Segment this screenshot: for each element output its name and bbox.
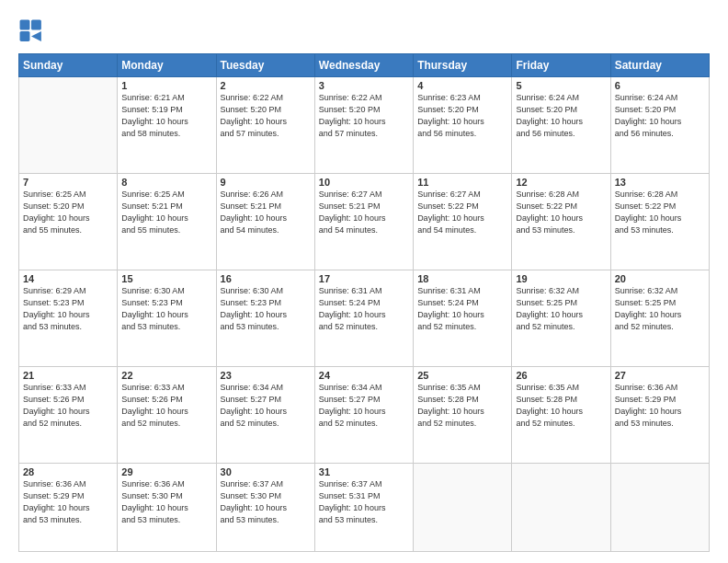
calendar-week-row: 28Sunrise: 6:36 AM Sunset: 5:29 PM Dayli… xyxy=(19,463,710,551)
day-number: 5 xyxy=(516,80,606,91)
calendar-header-friday: Friday xyxy=(512,54,610,77)
page: SundayMondayTuesdayWednesdayThursdayFrid… xyxy=(0,0,728,563)
day-info: Sunrise: 6:29 AM Sunset: 5:23 PM Dayligh… xyxy=(23,285,113,333)
day-number: 22 xyxy=(121,370,211,381)
calendar-cell: 24Sunrise: 6:34 AM Sunset: 5:27 PM Dayli… xyxy=(314,366,413,463)
calendar-cell: 11Sunrise: 6:27 AM Sunset: 5:22 PM Dayli… xyxy=(414,173,512,270)
svg-rect-1 xyxy=(31,20,41,30)
calendar-cell: 20Sunrise: 6:32 AM Sunset: 5:25 PM Dayli… xyxy=(610,270,709,366)
calendar-cell: 19Sunrise: 6:32 AM Sunset: 5:25 PM Dayli… xyxy=(512,270,610,366)
calendar-cell xyxy=(19,77,118,174)
calendar-cell: 27Sunrise: 6:36 AM Sunset: 5:29 PM Dayli… xyxy=(610,366,709,463)
calendar-header-saturday: Saturday xyxy=(610,54,709,77)
day-number: 2 xyxy=(221,80,311,91)
day-info: Sunrise: 6:33 AM Sunset: 5:26 PM Dayligh… xyxy=(121,382,211,430)
calendar-cell: 16Sunrise: 6:30 AM Sunset: 5:23 PM Dayli… xyxy=(216,270,314,366)
day-info: Sunrise: 6:32 AM Sunset: 5:25 PM Dayligh… xyxy=(615,285,705,333)
day-number: 26 xyxy=(516,370,606,381)
day-number: 29 xyxy=(121,466,211,477)
day-info: Sunrise: 6:36 AM Sunset: 5:29 PM Dayligh… xyxy=(615,382,705,430)
day-number: 11 xyxy=(417,177,507,188)
day-number: 24 xyxy=(319,370,409,381)
calendar-cell: 28Sunrise: 6:36 AM Sunset: 5:29 PM Dayli… xyxy=(19,463,118,551)
calendar-cell: 30Sunrise: 6:37 AM Sunset: 5:30 PM Dayli… xyxy=(216,463,314,551)
day-number: 31 xyxy=(319,466,409,477)
calendar-cell: 13Sunrise: 6:28 AM Sunset: 5:22 PM Dayli… xyxy=(610,173,709,270)
calendar-header-tuesday: Tuesday xyxy=(216,54,314,77)
svg-marker-3 xyxy=(31,31,41,41)
day-number: 30 xyxy=(221,466,311,477)
day-info: Sunrise: 6:30 AM Sunset: 5:23 PM Dayligh… xyxy=(121,285,211,333)
calendar-cell: 9Sunrise: 6:26 AM Sunset: 5:21 PM Daylig… xyxy=(216,173,314,270)
day-number: 8 xyxy=(121,177,211,188)
calendar-cell xyxy=(512,463,610,551)
day-info: Sunrise: 6:27 AM Sunset: 5:22 PM Dayligh… xyxy=(417,189,507,236)
day-info: Sunrise: 6:35 AM Sunset: 5:28 PM Dayligh… xyxy=(417,382,507,430)
day-number: 16 xyxy=(221,273,311,284)
day-number: 4 xyxy=(417,80,507,91)
day-info: Sunrise: 6:34 AM Sunset: 5:27 PM Dayligh… xyxy=(319,382,409,430)
calendar-cell: 31Sunrise: 6:37 AM Sunset: 5:31 PM Dayli… xyxy=(314,463,413,551)
day-info: Sunrise: 6:31 AM Sunset: 5:24 PM Dayligh… xyxy=(319,285,409,333)
day-number: 15 xyxy=(121,273,211,284)
calendar-week-row: 7Sunrise: 6:25 AM Sunset: 5:20 PM Daylig… xyxy=(19,173,710,270)
day-number: 10 xyxy=(319,177,409,188)
day-number: 9 xyxy=(221,177,311,188)
calendar-cell: 1Sunrise: 6:21 AM Sunset: 5:19 PM Daylig… xyxy=(118,77,216,174)
calendar-cell: 23Sunrise: 6:34 AM Sunset: 5:27 PM Dayli… xyxy=(216,366,314,463)
calendar-cell: 5Sunrise: 6:24 AM Sunset: 5:20 PM Daylig… xyxy=(512,77,610,174)
calendar-cell: 8Sunrise: 6:25 AM Sunset: 5:21 PM Daylig… xyxy=(118,173,216,270)
calendar-header-wednesday: Wednesday xyxy=(314,54,413,77)
day-number: 13 xyxy=(615,177,705,188)
day-number: 20 xyxy=(615,273,705,284)
calendar-cell: 18Sunrise: 6:31 AM Sunset: 5:24 PM Dayli… xyxy=(414,270,512,366)
day-info: Sunrise: 6:22 AM Sunset: 5:20 PM Dayligh… xyxy=(221,92,311,140)
calendar-cell: 15Sunrise: 6:30 AM Sunset: 5:23 PM Dayli… xyxy=(118,270,216,366)
day-number: 6 xyxy=(615,80,705,91)
day-info: Sunrise: 6:37 AM Sunset: 5:30 PM Dayligh… xyxy=(221,478,311,526)
svg-rect-2 xyxy=(20,31,30,41)
calendar-cell: 21Sunrise: 6:33 AM Sunset: 5:26 PM Dayli… xyxy=(19,366,118,463)
day-number: 17 xyxy=(319,273,409,284)
day-info: Sunrise: 6:24 AM Sunset: 5:20 PM Dayligh… xyxy=(615,92,705,140)
day-number: 12 xyxy=(516,177,606,188)
day-info: Sunrise: 6:25 AM Sunset: 5:21 PM Dayligh… xyxy=(121,189,211,236)
day-number: 21 xyxy=(23,370,113,381)
day-number: 14 xyxy=(23,273,113,284)
day-number: 7 xyxy=(23,177,113,188)
day-number: 3 xyxy=(319,80,409,91)
day-number: 28 xyxy=(23,466,113,477)
day-info: Sunrise: 6:34 AM Sunset: 5:27 PM Dayligh… xyxy=(221,382,311,430)
calendar-cell: 10Sunrise: 6:27 AM Sunset: 5:21 PM Dayli… xyxy=(314,173,413,270)
day-number: 18 xyxy=(417,273,507,284)
day-info: Sunrise: 6:21 AM Sunset: 5:19 PM Dayligh… xyxy=(121,92,211,140)
calendar-header-thursday: Thursday xyxy=(414,54,512,77)
day-number: 27 xyxy=(615,370,705,381)
calendar-cell xyxy=(610,463,709,551)
day-number: 1 xyxy=(121,80,211,91)
day-info: Sunrise: 6:25 AM Sunset: 5:20 PM Dayligh… xyxy=(23,189,113,236)
day-info: Sunrise: 6:36 AM Sunset: 5:30 PM Dayligh… xyxy=(121,478,211,526)
logo-icon xyxy=(18,18,44,44)
day-info: Sunrise: 6:36 AM Sunset: 5:29 PM Dayligh… xyxy=(23,478,113,526)
calendar-cell: 12Sunrise: 6:28 AM Sunset: 5:22 PM Dayli… xyxy=(512,173,610,270)
day-info: Sunrise: 6:26 AM Sunset: 5:21 PM Dayligh… xyxy=(221,189,311,236)
calendar-cell: 6Sunrise: 6:24 AM Sunset: 5:20 PM Daylig… xyxy=(610,77,709,174)
day-info: Sunrise: 6:32 AM Sunset: 5:25 PM Dayligh… xyxy=(516,285,606,333)
calendar-cell: 25Sunrise: 6:35 AM Sunset: 5:28 PM Dayli… xyxy=(414,366,512,463)
calendar-header-monday: Monday xyxy=(118,54,216,77)
day-info: Sunrise: 6:28 AM Sunset: 5:22 PM Dayligh… xyxy=(615,189,705,236)
calendar-cell: 26Sunrise: 6:35 AM Sunset: 5:28 PM Dayli… xyxy=(512,366,610,463)
calendar-week-row: 21Sunrise: 6:33 AM Sunset: 5:26 PM Dayli… xyxy=(19,366,710,463)
day-info: Sunrise: 6:37 AM Sunset: 5:31 PM Dayligh… xyxy=(319,478,409,526)
calendar-cell xyxy=(414,463,512,551)
logo xyxy=(18,18,46,44)
calendar-cell: 7Sunrise: 6:25 AM Sunset: 5:20 PM Daylig… xyxy=(19,173,118,270)
calendar-cell: 4Sunrise: 6:23 AM Sunset: 5:20 PM Daylig… xyxy=(414,77,512,174)
day-info: Sunrise: 6:31 AM Sunset: 5:24 PM Dayligh… xyxy=(417,285,507,333)
calendar-header-sunday: Sunday xyxy=(19,54,118,77)
calendar-cell: 22Sunrise: 6:33 AM Sunset: 5:26 PM Dayli… xyxy=(118,366,216,463)
calendar-cell: 3Sunrise: 6:22 AM Sunset: 5:20 PM Daylig… xyxy=(314,77,413,174)
day-info: Sunrise: 6:22 AM Sunset: 5:20 PM Dayligh… xyxy=(319,92,409,140)
day-info: Sunrise: 6:24 AM Sunset: 5:20 PM Dayligh… xyxy=(516,92,606,140)
